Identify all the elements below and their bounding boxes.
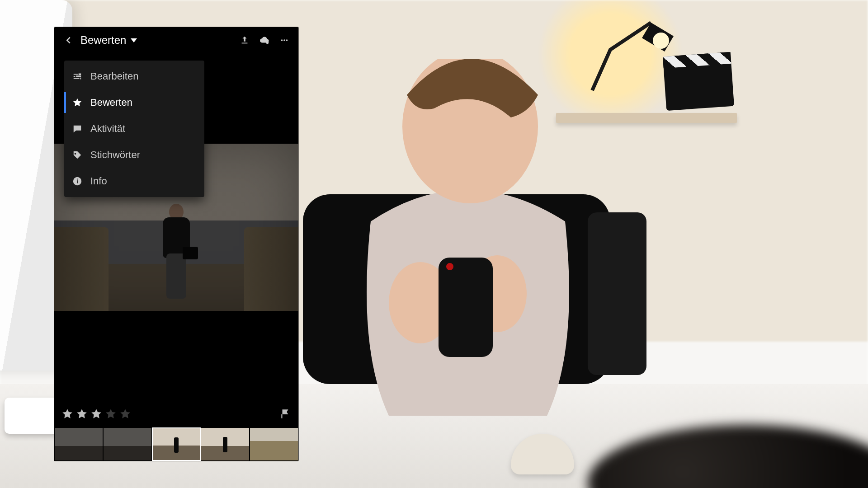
share-icon	[240, 35, 250, 45]
menu-item-label: Bearbeiten	[90, 70, 138, 82]
svg-rect-13	[77, 180, 78, 183]
person-holding-phone	[326, 59, 606, 429]
more-icon	[279, 35, 289, 45]
caret-down-icon	[131, 38, 137, 42]
thumb-1[interactable]	[54, 427, 103, 461]
comment-icon	[72, 124, 82, 134]
menu-item-label: Bewerten	[90, 97, 132, 108]
star-1[interactable]	[61, 408, 73, 422]
filmstrip[interactable]	[54, 427, 298, 461]
menu-item-rate[interactable]: Bewerten	[64, 89, 204, 116]
star-icon	[72, 98, 82, 108]
info-icon	[72, 176, 82, 186]
cloud-sync-icon	[259, 35, 269, 45]
menu-item-label: Info	[90, 175, 107, 187]
menu-item-edit[interactable]: Bearbeiten	[64, 63, 204, 89]
menu-item-activity[interactable]: Aktivität	[64, 116, 204, 142]
thumb-5[interactable]	[250, 427, 298, 461]
svg-rect-6	[439, 258, 493, 357]
film-clapperboard	[663, 52, 734, 111]
more-button[interactable]	[277, 33, 292, 48]
menu-item-info[interactable]: Info	[64, 168, 204, 194]
star-3[interactable]	[90, 408, 102, 422]
star-2[interactable]	[76, 408, 88, 422]
mode-dropdown[interactable]: Bewerten	[80, 34, 137, 47]
thumb-2[interactable]	[103, 427, 152, 461]
back-button[interactable]	[61, 33, 76, 48]
svg-point-7	[446, 263, 453, 270]
flag-toggle[interactable]	[279, 408, 291, 422]
star-4[interactable]	[105, 408, 117, 422]
svg-point-8	[266, 42, 269, 44]
menu-item-label: Stichwörter	[90, 149, 140, 161]
lightroom-mobile-panel: Bewerten Bearbeiten Bewerten	[54, 27, 298, 461]
flag-icon	[279, 408, 291, 420]
mode-menu: Bearbeiten Bewerten Aktivität Stichwörte…	[64, 61, 204, 197]
menu-item-keywords[interactable]: Stichwörter	[64, 142, 204, 168]
menu-item-label: Aktivität	[90, 123, 125, 135]
svg-point-11	[286, 39, 288, 41]
sliders-icon	[72, 71, 82, 81]
svg-rect-14	[77, 179, 78, 180]
power-adapter	[5, 398, 59, 434]
thumb-3[interactable]	[152, 427, 201, 461]
svg-point-10	[283, 39, 285, 41]
mode-label: Bewerten	[80, 34, 126, 47]
share-button[interactable]	[237, 33, 252, 48]
svg-point-9	[281, 39, 283, 41]
tag-icon	[72, 150, 82, 160]
svg-point-0	[653, 33, 669, 49]
star-5[interactable]	[119, 408, 131, 422]
chevron-left-icon	[63, 35, 73, 45]
thumb-4[interactable]	[201, 427, 250, 461]
cloud-sync-button[interactable]	[257, 33, 272, 48]
app-topbar: Bewerten	[54, 27, 298, 53]
rating-bar	[54, 402, 298, 427]
